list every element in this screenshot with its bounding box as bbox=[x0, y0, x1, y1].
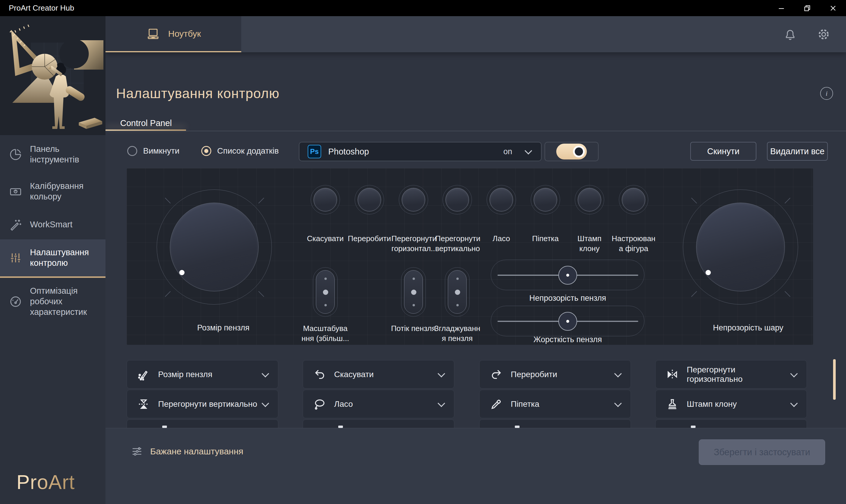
sidebar-item-color-calibration[interactable]: Калібрування кольору bbox=[0, 173, 105, 210]
radio-app-list[interactable]: Список додатків bbox=[201, 146, 279, 156]
tab-laptop-label: Ноутбук bbox=[168, 29, 201, 39]
device-tabs-bar: Ноутбук bbox=[105, 16, 846, 52]
chevron-down-icon[interactable] bbox=[262, 399, 269, 407]
radio-disable-circle-icon[interactable] bbox=[127, 146, 137, 156]
magic-wand-icon bbox=[9, 218, 22, 231]
main-content: Ноутбук Налаштування контролю i Control … bbox=[105, 16, 846, 504]
assignment-card-partial[interactable] bbox=[127, 419, 278, 428]
assignment-card-flip-horizontal[interactable]: Перегорнути горизонтально bbox=[655, 360, 807, 389]
close-button[interactable] bbox=[820, 0, 846, 16]
dial-knob[interactable] bbox=[696, 203, 785, 291]
assignment-card-label: Піпетка bbox=[511, 399, 539, 409]
assignment-card-redo[interactable]: Переробити bbox=[479, 360, 631, 389]
assignment-card-lasso[interactable]: Ласо bbox=[303, 390, 454, 418]
knob-button-undo[interactable] bbox=[311, 185, 340, 214]
tab-control-panel[interactable]: Control Panel bbox=[120, 119, 172, 128]
knob-button-redo[interactable] bbox=[355, 185, 384, 214]
knob-button-lasso[interactable] bbox=[487, 185, 516, 214]
sidebar-item-control-settings[interactable]: Налаштування контролю bbox=[0, 239, 105, 278]
chevron-down-icon[interactable] bbox=[262, 370, 269, 377]
v-slider-zoom[interactable] bbox=[313, 267, 338, 317]
eyedropper-icon bbox=[490, 397, 503, 411]
control-layout-panel: Розмір пензля Непрозорість шару Скасуват… bbox=[127, 168, 813, 345]
sidebar-item-worksmart[interactable]: WorkSmart bbox=[0, 210, 105, 239]
sidebar-item-label: Налаштування контролю bbox=[30, 247, 89, 268]
dial-brush-size[interactable] bbox=[157, 190, 272, 305]
assignment-card-label: Штамп клону bbox=[687, 399, 737, 409]
preferred-settings-button[interactable]: Бажане налаштування bbox=[131, 445, 243, 457]
assignment-card-label: Перегорнути вертикально bbox=[158, 399, 257, 409]
assignment-card-flip-vertical[interactable]: Перегорнути вертикально bbox=[127, 390, 278, 418]
radio-app-list-circle-icon[interactable] bbox=[201, 146, 211, 156]
chevron-down-icon[interactable] bbox=[525, 147, 532, 154]
h-slider-brush-hardness[interactable] bbox=[491, 306, 645, 336]
sidebar-artwork-illustration bbox=[0, 16, 105, 135]
knob-button-eyedropper[interactable] bbox=[531, 185, 560, 214]
chevron-down-icon[interactable] bbox=[438, 370, 445, 377]
chevron-down-icon[interactable] bbox=[614, 399, 621, 407]
v-slider-brush-flow[interactable] bbox=[401, 267, 426, 317]
lasso-icon bbox=[313, 397, 327, 411]
app-enable-toggle[interactable] bbox=[556, 144, 587, 160]
info-icon[interactable]: i bbox=[820, 87, 833, 100]
sidebar-item-label: Калібрування кольору bbox=[30, 181, 84, 202]
dial-right-label: Непрозорість шару bbox=[697, 323, 799, 334]
titlebar: ProArt Creator Hub bbox=[0, 0, 846, 16]
dial-indicator-dot bbox=[179, 270, 184, 275]
assignment-card-eyedropper[interactable]: Піпетка bbox=[479, 390, 631, 418]
assignment-card-undo[interactable]: Скасувати bbox=[303, 360, 454, 389]
dashboard-icon bbox=[9, 148, 22, 161]
delete-all-button[interactable]: Видалити все bbox=[767, 142, 828, 161]
dial-knob[interactable] bbox=[170, 203, 259, 291]
knob-button-label: Піпетка bbox=[523, 234, 567, 244]
preferences-sliders-icon bbox=[131, 445, 143, 457]
minimize-icon bbox=[777, 4, 785, 12]
chevron-down-icon[interactable] bbox=[614, 370, 621, 377]
sidebar-menu: Панель інструментів Калібрування кольору… bbox=[0, 136, 105, 325]
scrollbar-thumb[interactable] bbox=[833, 359, 836, 400]
v-slider-label: Масштабува ння (збільш... bbox=[293, 323, 358, 344]
assignment-card-clone-stamp[interactable]: Штамп клону bbox=[655, 390, 807, 418]
chevron-down-icon[interactable] bbox=[790, 399, 797, 407]
preferred-settings-label: Бажане налаштування bbox=[150, 446, 243, 456]
minimize-button[interactable] bbox=[769, 0, 794, 16]
knob-button-label: Перегорнути вертикально bbox=[435, 234, 479, 254]
radio-disable-label: Вимкнути bbox=[143, 146, 179, 156]
knob-button-label: Перегорнути горизонтал... bbox=[391, 234, 436, 254]
assignment-card-label: Розмір пензля bbox=[158, 370, 212, 379]
settings-gear-icon[interactable] bbox=[817, 27, 831, 41]
sidebar-item-label: Оптимізація робочих характеристик bbox=[30, 286, 87, 318]
notifications-bell-icon[interactable] bbox=[783, 27, 797, 41]
window-title: ProArt Creator Hub bbox=[9, 3, 74, 13]
assignment-card-partial[interactable] bbox=[655, 419, 807, 428]
assignment-card-brush-size[interactable]: Розмір пензля bbox=[127, 360, 278, 389]
assignment-card-label: Перегорнути горизонтально bbox=[687, 365, 791, 384]
restore-button[interactable] bbox=[794, 0, 820, 16]
sidebar-item-dashboard[interactable]: Панель інструментів bbox=[0, 136, 105, 173]
knob-button-flip-horizontal[interactable] bbox=[399, 185, 428, 214]
knob-button-flip-vertical[interactable] bbox=[443, 185, 472, 214]
assignment-card-partial[interactable] bbox=[303, 419, 454, 428]
h-slider-brush-opacity[interactable] bbox=[491, 259, 645, 290]
laptop-icon bbox=[146, 26, 160, 41]
h-slider-label: Непрозорість пензля bbox=[509, 293, 627, 304]
radio-disable[interactable]: Вимкнути bbox=[127, 146, 179, 156]
slider-knob[interactable] bbox=[558, 266, 577, 285]
slider-knob[interactable] bbox=[558, 312, 577, 331]
clone-stamp-icon bbox=[666, 397, 679, 411]
v-slider-brush-smoothing[interactable] bbox=[445, 267, 470, 317]
knob-button-custom-shape[interactable] bbox=[619, 185, 648, 214]
app-select-dropdown[interactable]: Ps Photoshop on bbox=[299, 142, 542, 161]
sidebar-item-performance[interactable]: Оптимізація робочих характеристик bbox=[0, 278, 105, 325]
reset-button[interactable]: Скинути bbox=[690, 142, 756, 161]
chevron-down-icon[interactable] bbox=[438, 399, 445, 407]
assignment-card-partial[interactable] bbox=[479, 419, 631, 428]
tab-laptop[interactable]: Ноутбук bbox=[105, 16, 241, 52]
knob-button-clone-stamp[interactable] bbox=[575, 185, 604, 214]
knob-button-label: Ласо bbox=[479, 234, 523, 244]
dial-layer-opacity[interactable] bbox=[683, 190, 798, 305]
save-apply-button[interactable]: Зберегти і застосувати bbox=[699, 439, 825, 465]
brush-size-icon bbox=[137, 368, 151, 381]
chevron-down-icon[interactable] bbox=[791, 370, 798, 377]
assignment-card-label: Ласо bbox=[334, 399, 353, 409]
